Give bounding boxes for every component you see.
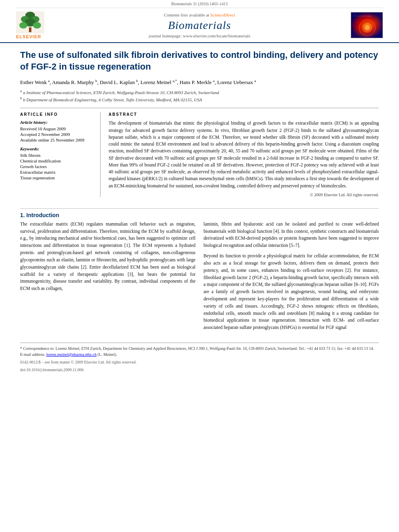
- correspondence-note: * Correspondence to: Lorenz Meinel, ETH …: [20, 345, 379, 351]
- article-content: The use of sulfonated silk fibroin deriv…: [0, 43, 399, 205]
- affiliations: a a Institute of Pharmaceutical Sciences…: [20, 88, 379, 103]
- journal-header-center: Contents lists available at ScienceDirec…: [64, 12, 335, 38]
- introduction-heading: 1. Introduction: [20, 212, 379, 218]
- article-history-title: Article history:: [20, 120, 94, 125]
- sciencedirect-link[interactable]: ScienceDirect: [210, 12, 235, 17]
- citation-line: Biomaterials 31 (2010) 1403–1413: [16, 0, 383, 8]
- keyword-5: Tissue regeneration: [20, 175, 94, 180]
- elsevier-tree-graphic: [16, 11, 44, 33]
- keyword-1: Silk fibroin: [20, 153, 94, 158]
- keyword-3: Growth factors: [20, 164, 94, 169]
- available-date: Available online 25 November 2009: [20, 138, 94, 142]
- elsevier-logo-area: ELSEVIER: [16, 11, 64, 39]
- copyright-line: © 2009 Elsevier Ltd. All rights reserved…: [109, 193, 379, 197]
- email-link[interactable]: lorenz.meinel@pharma.ethz.ch: [46, 352, 97, 357]
- authors-line: Esther Wenk a, Amanda R. Murphy b, David…: [20, 78, 379, 86]
- keyword-4: Extracellular matrix: [20, 170, 94, 175]
- svg-point-6: [33, 22, 41, 29]
- abstract-column: ABSTRACT The development of biomaterials…: [109, 112, 379, 197]
- journal-homepage: journal homepage: www.elsevier.com/locat…: [64, 33, 335, 38]
- citation-text: Biomaterials 31 (2010) 1403–1413: [171, 2, 228, 6]
- email-label: E-mail address:: [20, 352, 45, 357]
- elsevier-brand-text: ELSEVIER: [16, 34, 41, 39]
- intro-para-2: laminin, fibrin and hyaluronic acid can …: [204, 221, 379, 249]
- keyword-2: Chemical modification: [20, 158, 94, 163]
- rights-line: 0142-9612/$ – see front matter © 2009 El…: [20, 359, 379, 365]
- intro-para-1: The extracellular matrix (ECM) regulates…: [20, 221, 195, 292]
- received-date: Received 10 August 2009: [20, 126, 94, 131]
- footnote-area: * Correspondence to: Lorenz Meinel, ETH …: [20, 343, 379, 373]
- journal-title: Biomaterials: [64, 19, 335, 32]
- intro-col-right: laminin, fibrin and hyaluronic acid can …: [204, 221, 379, 335]
- doi-line: doi:10.1016/j.biomaterials.2009.11.006: [20, 367, 379, 373]
- accepted-date: Accepted 2 November 2009: [20, 132, 94, 137]
- email-note: E-mail address: lorenz.meinel@pharma.eth…: [20, 351, 379, 357]
- svg-rect-7: [29, 27, 31, 32]
- keywords-title: Keywords:: [20, 146, 94, 151]
- article-info-abstract-section: ARTICLE INFO Article history: Received 1…: [20, 108, 379, 197]
- affiliation-b: b b Department of Biomedical Engineering…: [20, 96, 379, 103]
- page-container: Biomaterials 31 (2010) 1403–1413: [0, 0, 399, 373]
- body-content: 1. Introduction The extracellular matrix…: [0, 212, 399, 343]
- biomaterials-cover-area: Biomaterials: [335, 12, 383, 38]
- article-info-column: ARTICLE INFO Article history: Received 1…: [20, 112, 101, 197]
- affiliation-a: a a Institute of Pharmaceutical Sciences…: [20, 88, 379, 96]
- intro-para-3: Beyond its function to provide a physiol…: [204, 253, 379, 331]
- journal-header: ELSEVIER Contents lists available at Sci…: [0, 8, 399, 43]
- contents-available-text: Contents lists available at ScienceDirec…: [64, 12, 335, 17]
- biomaterials-cover-image: Biomaterials: [351, 12, 383, 38]
- svg-point-11: [365, 25, 370, 30]
- intro-col-left: The extracellular matrix (ECM) regulates…: [20, 221, 195, 335]
- article-title: The use of sulfonated silk fibroin deriv…: [20, 49, 379, 72]
- elsevier-logo: ELSEVIER: [16, 11, 64, 39]
- section-divider: [20, 208, 379, 209]
- svg-point-5: [19, 22, 27, 29]
- email-suffix: (L. Meinel).: [97, 352, 117, 357]
- authors-text: Esther Wenk a, Amanda R. Murphy b, David…: [20, 79, 256, 85]
- abstract-text: The development of biomaterials that mim…: [109, 120, 379, 189]
- introduction-two-col: The extracellular matrix (ECM) regulates…: [20, 221, 379, 335]
- abstract-label: ABSTRACT: [109, 112, 379, 117]
- article-info-label: ARTICLE INFO: [20, 112, 94, 117]
